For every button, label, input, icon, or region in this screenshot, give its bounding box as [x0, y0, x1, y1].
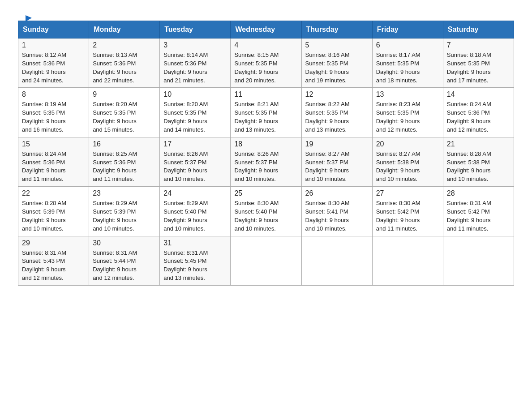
day-info: Sunrise: 8:23 AM Sunset: 5:35 PM Dayligh… — [376, 100, 439, 134]
day-number: 14 — [447, 90, 510, 98]
day-info: Sunrise: 8:31 AM Sunset: 5:45 PM Dayligh… — [163, 249, 227, 283]
day-info: Sunrise: 8:12 AM Sunset: 5:36 PM Dayligh… — [22, 51, 85, 85]
weekday-header-friday: Friday — [372, 21, 443, 39]
day-info: Sunrise: 8:17 AM Sunset: 5:35 PM Dayligh… — [376, 51, 439, 85]
day-info: Sunrise: 8:28 AM Sunset: 5:39 PM Dayligh… — [22, 199, 85, 233]
day-number: 9 — [93, 90, 156, 98]
logo-arrow-icon — [24, 13, 33, 22]
calendar-day-cell: 12 Sunrise: 8:22 AM Sunset: 5:35 PM Dayl… — [301, 88, 372, 137]
day-info: Sunrise: 8:22 AM Sunset: 5:35 PM Dayligh… — [305, 100, 369, 134]
day-info: Sunrise: 8:29 AM Sunset: 5:40 PM Dayligh… — [163, 199, 227, 233]
day-number: 10 — [163, 90, 227, 98]
day-number: 15 — [22, 140, 85, 148]
calendar-day-cell: 29 Sunrise: 8:31 AM Sunset: 5:43 PM Dayl… — [18, 236, 89, 285]
calendar-day-cell: 16 Sunrise: 8:25 AM Sunset: 5:36 PM Dayl… — [89, 137, 160, 186]
day-info: Sunrise: 8:13 AM Sunset: 5:36 PM Dayligh… — [93, 51, 156, 85]
calendar-day-cell: 31 Sunrise: 8:31 AM Sunset: 5:45 PM Dayl… — [160, 236, 231, 285]
day-number: 8 — [22, 90, 85, 98]
day-info: Sunrise: 8:25 AM Sunset: 5:36 PM Dayligh… — [93, 150, 156, 184]
calendar-week-row: 8 Sunrise: 8:19 AM Sunset: 5:35 PM Dayli… — [18, 88, 514, 137]
weekday-header-wednesday: Wednesday — [231, 21, 301, 39]
calendar-day-cell: 8 Sunrise: 8:19 AM Sunset: 5:35 PM Dayli… — [18, 88, 89, 137]
calendar-week-row: 1 Sunrise: 8:12 AM Sunset: 5:36 PM Dayli… — [18, 39, 514, 88]
calendar-day-cell: 26 Sunrise: 8:30 AM Sunset: 5:41 PM Dayl… — [301, 187, 372, 236]
calendar-day-cell: 27 Sunrise: 8:30 AM Sunset: 5:42 PM Dayl… — [372, 187, 443, 236]
calendar-day-cell: 2 Sunrise: 8:13 AM Sunset: 5:36 PM Dayli… — [89, 39, 160, 88]
day-number: 3 — [163, 41, 227, 49]
day-number: 2 — [93, 41, 156, 49]
calendar-day-cell: 9 Sunrise: 8:20 AM Sunset: 5:35 PM Dayli… — [89, 88, 160, 137]
svg-marker-0 — [26, 15, 32, 21]
day-info: Sunrise: 8:21 AM Sunset: 5:35 PM Dayligh… — [234, 100, 297, 134]
weekday-header-monday: Monday — [89, 21, 160, 39]
day-number: 16 — [93, 140, 156, 148]
day-info: Sunrise: 8:24 AM Sunset: 5:36 PM Dayligh… — [447, 100, 510, 134]
day-number: 21 — [447, 140, 510, 148]
calendar-week-row: 22 Sunrise: 8:28 AM Sunset: 5:39 PM Dayl… — [18, 187, 514, 236]
page-header — [18, 13, 514, 15]
day-number: 13 — [376, 90, 439, 98]
day-info: Sunrise: 8:19 AM Sunset: 5:35 PM Dayligh… — [22, 100, 85, 134]
day-info: Sunrise: 8:27 AM Sunset: 5:38 PM Dayligh… — [376, 150, 439, 184]
day-number: 30 — [93, 239, 156, 247]
day-info: Sunrise: 8:14 AM Sunset: 5:36 PM Dayligh… — [163, 51, 227, 85]
calendar-day-cell: 17 Sunrise: 8:26 AM Sunset: 5:37 PM Dayl… — [160, 137, 231, 186]
calendar-day-cell: 7 Sunrise: 8:18 AM Sunset: 5:35 PM Dayli… — [443, 39, 514, 88]
day-number: 29 — [22, 239, 85, 247]
calendar-day-cell: 1 Sunrise: 8:12 AM Sunset: 5:36 PM Dayli… — [18, 39, 89, 88]
calendar-day-cell: 6 Sunrise: 8:17 AM Sunset: 5:35 PM Dayli… — [372, 39, 443, 88]
day-number: 22 — [22, 189, 85, 197]
day-number: 28 — [447, 189, 510, 197]
day-info: Sunrise: 8:31 AM Sunset: 5:43 PM Dayligh… — [22, 249, 85, 283]
calendar-week-row: 29 Sunrise: 8:31 AM Sunset: 5:43 PM Dayl… — [18, 236, 514, 285]
calendar-day-cell: 28 Sunrise: 8:31 AM Sunset: 5:42 PM Dayl… — [443, 187, 514, 236]
day-info: Sunrise: 8:18 AM Sunset: 5:35 PM Dayligh… — [447, 51, 510, 85]
day-number: 11 — [234, 90, 297, 98]
day-number: 18 — [234, 140, 297, 148]
day-number: 25 — [234, 189, 297, 197]
weekday-header-sunday: Sunday — [18, 21, 89, 39]
calendar-day-cell: 25 Sunrise: 8:30 AM Sunset: 5:40 PM Dayl… — [231, 187, 301, 236]
day-number: 27 — [376, 189, 439, 197]
calendar-day-cell: 21 Sunrise: 8:28 AM Sunset: 5:38 PM Dayl… — [443, 137, 514, 186]
day-number: 23 — [93, 189, 156, 197]
day-number: 26 — [305, 189, 369, 197]
calendar-day-cell: 18 Sunrise: 8:26 AM Sunset: 5:37 PM Dayl… — [231, 137, 301, 186]
calendar-table: SundayMondayTuesdayWednesdayThursdayFrid… — [18, 21, 514, 286]
calendar-day-cell: 23 Sunrise: 8:29 AM Sunset: 5:39 PM Dayl… — [89, 187, 160, 236]
day-number: 12 — [305, 90, 369, 98]
calendar-day-cell: 13 Sunrise: 8:23 AM Sunset: 5:35 PM Dayl… — [372, 88, 443, 137]
day-number: 17 — [163, 140, 227, 148]
day-info: Sunrise: 8:31 AM Sunset: 5:42 PM Dayligh… — [447, 199, 510, 233]
day-number: 7 — [447, 41, 510, 49]
calendar-day-cell — [301, 236, 372, 285]
day-info: Sunrise: 8:15 AM Sunset: 5:35 PM Dayligh… — [234, 51, 297, 85]
day-info: Sunrise: 8:31 AM Sunset: 5:44 PM Dayligh… — [93, 249, 156, 283]
day-number: 31 — [163, 239, 227, 247]
weekday-header-saturday: Saturday — [443, 21, 514, 39]
calendar-day-cell: 19 Sunrise: 8:27 AM Sunset: 5:37 PM Dayl… — [301, 137, 372, 186]
day-info: Sunrise: 8:29 AM Sunset: 5:39 PM Dayligh… — [93, 199, 156, 233]
calendar-week-row: 15 Sunrise: 8:24 AM Sunset: 5:36 PM Dayl… — [18, 137, 514, 186]
day-number: 5 — [305, 41, 369, 49]
day-info: Sunrise: 8:26 AM Sunset: 5:37 PM Dayligh… — [234, 150, 297, 184]
day-info: Sunrise: 8:30 AM Sunset: 5:40 PM Dayligh… — [234, 199, 297, 233]
calendar-day-cell — [443, 236, 514, 285]
calendar-day-cell: 20 Sunrise: 8:27 AM Sunset: 5:38 PM Dayl… — [372, 137, 443, 186]
calendar-day-cell: 10 Sunrise: 8:20 AM Sunset: 5:35 PM Dayl… — [160, 88, 231, 137]
day-number: 4 — [234, 41, 297, 49]
day-number: 19 — [305, 140, 369, 148]
calendar-day-cell: 14 Sunrise: 8:24 AM Sunset: 5:36 PM Dayl… — [443, 88, 514, 137]
calendar-day-cell: 5 Sunrise: 8:16 AM Sunset: 5:35 PM Dayli… — [301, 39, 372, 88]
day-info: Sunrise: 8:27 AM Sunset: 5:37 PM Dayligh… — [305, 150, 369, 184]
calendar-day-cell: 24 Sunrise: 8:29 AM Sunset: 5:40 PM Dayl… — [160, 187, 231, 236]
calendar-day-cell: 4 Sunrise: 8:15 AM Sunset: 5:35 PM Dayli… — [231, 39, 301, 88]
calendar-day-cell: 15 Sunrise: 8:24 AM Sunset: 5:36 PM Dayl… — [18, 137, 89, 186]
day-info: Sunrise: 8:30 AM Sunset: 5:42 PM Dayligh… — [376, 199, 439, 233]
calendar-day-cell: 30 Sunrise: 8:31 AM Sunset: 5:44 PM Dayl… — [89, 236, 160, 285]
day-number: 24 — [163, 189, 227, 197]
day-info: Sunrise: 8:20 AM Sunset: 5:35 PM Dayligh… — [163, 100, 227, 134]
day-number: 20 — [376, 140, 439, 148]
day-info: Sunrise: 8:20 AM Sunset: 5:35 PM Dayligh… — [93, 100, 156, 134]
weekday-header-row: SundayMondayTuesdayWednesdayThursdayFrid… — [18, 21, 514, 39]
